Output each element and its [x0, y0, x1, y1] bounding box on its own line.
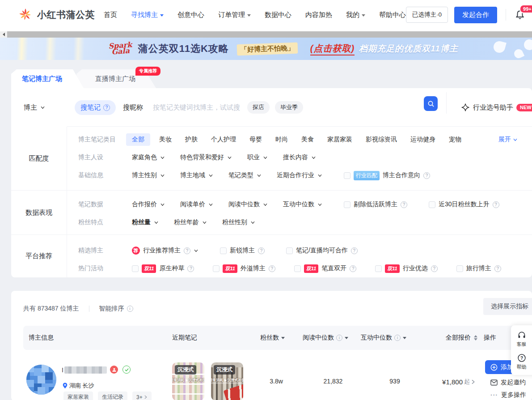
industry-assistant[interactable]: 行业选号助手 NEW: [461, 88, 532, 127]
col-interact-median-sort[interactable]: 互动中位数i: [361, 326, 406, 350]
help-icon[interactable]: ?: [494, 265, 501, 272]
dropdown-gender[interactable]: 博主性别: [132, 171, 165, 179]
category-option[interactable]: 运动健身: [410, 136, 435, 144]
category-option[interactable]: 母婴: [249, 136, 262, 144]
col-fans-sort[interactable]: 粉丝数: [260, 326, 285, 350]
suggestion-pill[interactable]: 毕业季: [275, 101, 303, 114]
avatar[interactable]: [26, 365, 56, 395]
checkbox-activity-travel[interactable]: 旅行博主?: [456, 264, 501, 272]
category-option-all[interactable]: 全部: [126, 133, 150, 146]
help-icon[interactable]: ?: [187, 265, 194, 272]
selected-bloggers-button[interactable]: 已选博主·0: [406, 7, 448, 23]
nav-item-data-center[interactable]: 数据中心: [265, 11, 291, 19]
price-value[interactable]: ¥1,800 起: [417, 378, 475, 386]
nav-item-find-bloggers[interactable]: 寻找博主: [131, 11, 164, 19]
customer-service-button[interactable]: 客服: [516, 331, 527, 348]
checkbox-remove-inactive[interactable]: 剔除低活跃博主?: [344, 200, 407, 209]
expand-link[interactable]: 展开: [498, 136, 518, 144]
note-thumbnail[interactable]: 沉浸式 日常消耗沉浸式补货: [172, 362, 204, 400]
category-option[interactable]: 个人护理: [211, 136, 236, 144]
dropdown-fans-count[interactable]: 粉丝量: [132, 218, 159, 226]
checkbox[interactable]: [286, 247, 293, 254]
checkbox[interactable]: [344, 172, 350, 179]
smart-sort[interactable]: 智能排序i: [99, 305, 133, 313]
nav-item-order-management[interactable]: 订单管理: [218, 11, 251, 19]
help-icon[interactable]: ?: [423, 172, 430, 179]
note-thumbnail[interactable]: 沉浸式 日常消耗沉浸式补货: [211, 362, 243, 400]
dropdown-note-type[interactable]: 笔记类型: [228, 171, 262, 179]
nav-item-home[interactable]: 首页: [104, 11, 117, 19]
checkbox[interactable]: [344, 201, 350, 208]
checkbox[interactable]: [132, 265, 139, 272]
col-read-median-sort[interactable]: 阅读中位数i: [303, 326, 348, 350]
dropdown-expert-content[interactable]: 擅长内容: [283, 153, 316, 162]
search-mode-nickname[interactable]: 搜昵称: [123, 103, 143, 112]
checkbox-fans-rising[interactable]: 近30日粉丝数上升?: [429, 200, 499, 209]
dropdown-fans-age[interactable]: 粉丝年龄: [174, 218, 207, 226]
checkbox-activity-native[interactable]: 双11原生种草?: [132, 264, 194, 273]
help-button[interactable]: ? 帮助: [516, 353, 527, 370]
checkbox[interactable]: [375, 265, 382, 272]
notification-bell[interactable]: 99+: [515, 9, 525, 22]
select-display-metrics-button[interactable]: 选择展示指标: [483, 298, 532, 315]
checkbox-note-live-both[interactable]: 笔记/直播均可合作?: [286, 247, 358, 255]
dropdown-interact-median[interactable]: 互动中位数: [283, 200, 322, 209]
checkbox-new-blogger[interactable]: 新锐博主?: [220, 247, 265, 255]
help-icon[interactable]: ?: [493, 201, 499, 208]
checkbox[interactable]: [294, 265, 301, 272]
nav-item-help-center[interactable]: 帮助中心: [379, 11, 406, 19]
dropdown-occupation[interactable]: 职业: [247, 153, 268, 162]
help-icon[interactable]: ?: [351, 247, 358, 254]
help-icon[interactable]: ?: [184, 247, 190, 254]
category-option[interactable]: 宠物: [449, 136, 461, 144]
dropdown-coop-price[interactable]: 合作报价: [132, 200, 165, 209]
more-actions-button[interactable]: ··· 更多操作: [490, 391, 526, 399]
nav-item-creative-center[interactable]: 创意中心: [177, 11, 204, 19]
nav-item-mine[interactable]: 我的: [346, 11, 365, 19]
tab-note-blogger-plaza[interactable]: 笔记博主广场: [11, 69, 84, 88]
dropdown-read-median[interactable]: 阅读中位数: [228, 200, 268, 209]
banner-cta[interactable]: (点击获取): [310, 43, 355, 55]
category-option[interactable]: 家居家装: [327, 136, 352, 144]
tag-more-pill[interactable]: 3+: [132, 391, 152, 400]
search-button[interactable]: [424, 96, 438, 111]
help-icon[interactable]: ?: [401, 201, 407, 208]
search-input[interactable]: 按笔记关键词找博主，试试搜: [153, 103, 240, 112]
dropdown-fans-gender[interactable]: 粉丝性别: [222, 218, 255, 226]
dropdown-family-role[interactable]: 家庭角色: [132, 153, 165, 162]
category-option[interactable]: 护肤: [185, 136, 198, 144]
promo-banner[interactable]: SparkGala 蒲公英双11选K攻略 「好博主不怕晚」 (点击获取) 档期充…: [0, 38, 532, 60]
suggestion-pill[interactable]: 探店: [247, 101, 270, 114]
help-icon[interactable]: ?: [350, 265, 356, 272]
brand[interactable]: 小红书蒲公英: [18, 7, 95, 22]
invite-button[interactable]: 发起邀约: [490, 379, 526, 387]
checkbox[interactable]: [429, 201, 435, 208]
dropdown-recent-industry[interactable]: 近期合作行业: [277, 171, 322, 179]
category-option[interactable]: 影视综资讯: [366, 136, 397, 144]
category-option[interactable]: 美食: [301, 136, 314, 144]
checkbox[interactable]: [213, 265, 220, 272]
dropdown-region[interactable]: 博主地域: [180, 171, 213, 179]
help-icon[interactable]: ?: [258, 247, 265, 254]
checkbox-industry-match[interactable]: 行业匹配 博主合作意向 ?: [344, 171, 430, 180]
nav-item-content-heating[interactable]: 内容加热: [305, 11, 332, 19]
search-mode-note[interactable]: 搜笔记?: [75, 100, 116, 115]
horizontal-scrollbar[interactable]: [0, 31, 532, 38]
scrollbar-thumb[interactable]: [7, 31, 532, 38]
col-price-sort[interactable]: 全部报价: [446, 326, 477, 350]
dropdown-background-hobby[interactable]: 特色背景和爱好: [180, 153, 232, 162]
checkbox-activity-spillover[interactable]: 双11外溢博主?: [213, 264, 275, 273]
blogger-name[interactable]: I: [62, 366, 107, 374]
checkbox[interactable]: [456, 265, 463, 272]
dropdown-read-price[interactable]: 阅读单价: [180, 200, 213, 209]
help-icon[interactable]: ?: [431, 265, 438, 272]
search-scope-dropdown[interactable]: 博主: [24, 103, 45, 112]
checkbox-activity-industry-select[interactable]: 双11行业优选?: [375, 264, 437, 273]
help-icon[interactable]: ?: [269, 265, 275, 272]
checkbox-activity-double-open[interactable]: 双11笔直双开?: [294, 264, 356, 273]
category-option[interactable]: 时尚: [275, 136, 288, 144]
category-option[interactable]: 美妆: [159, 136, 172, 144]
start-cooperation-button[interactable]: 发起合作: [454, 7, 497, 23]
checkbox[interactable]: [220, 247, 227, 254]
dropdown-industry-recommended[interactable]: 荐 行业推荐博主 ?: [132, 247, 198, 255]
